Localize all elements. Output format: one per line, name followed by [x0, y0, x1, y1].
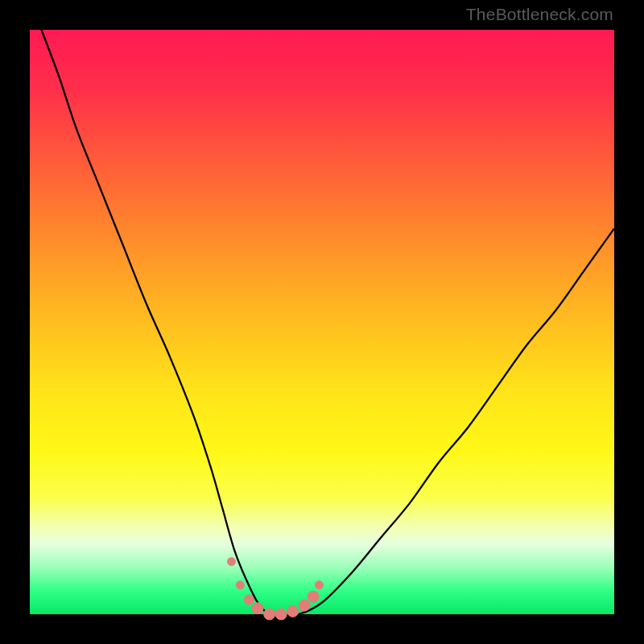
trough-marker	[228, 558, 236, 566]
trough-marker	[287, 605, 299, 617]
watermark-text: TheBottleneck.com	[466, 5, 613, 24]
curve-svg	[30, 30, 614, 614]
trough-marker	[236, 581, 244, 589]
trough-marker	[244, 595, 254, 605]
plot-area	[30, 30, 614, 614]
chart-frame: TheBottleneck.com	[0, 0, 644, 644]
trough-marker	[315, 581, 323, 589]
trough-marker	[308, 591, 319, 602]
bottleneck-curve	[42, 30, 615, 615]
trough-marker	[275, 609, 287, 620]
trough-marker	[299, 600, 310, 611]
trough-marker	[252, 603, 263, 614]
trough-marker	[264, 609, 275, 620]
